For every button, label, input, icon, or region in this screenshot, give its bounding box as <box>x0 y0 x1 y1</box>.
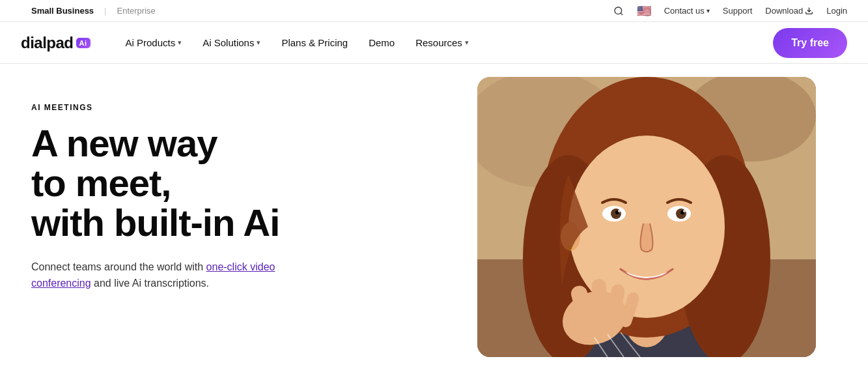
search-icon <box>613 6 624 16</box>
nav-item-ai-products[interactable]: Ai Products ▾ <box>117 32 191 53</box>
contact-us-link[interactable]: Contact us ▾ <box>664 6 710 16</box>
nav-item-resources[interactable]: Resources ▾ <box>406 32 478 53</box>
flag-button[interactable]: 🇺🇸 <box>637 4 651 18</box>
main-nav: dialpad Ai Ai Products ▾ Ai Solutions ▾ … <box>0 22 868 64</box>
logo-ai-badge: Ai <box>76 38 91 48</box>
top-bar-right: 🇺🇸 Contact us ▾ Support Download Login <box>613 4 847 18</box>
chevron-down-icon: ▾ <box>178 38 182 47</box>
download-icon <box>805 7 813 15</box>
top-bar-left: Small Business | Enterprise <box>21 3 166 18</box>
nav-item-demo[interactable]: Demo <box>359 32 404 53</box>
top-bar: Small Business | Enterprise 🇺🇸 Contact u… <box>0 0 868 22</box>
chevron-down-icon: ▾ <box>465 38 469 47</box>
small-business-tab[interactable]: Small Business <box>21 3 104 18</box>
hero-left: AI MEETINGS A new way to meet, with buil… <box>0 64 477 364</box>
hero-eyebrow: AI MEETINGS <box>31 103 451 112</box>
login-link[interactable]: Login <box>826 6 847 16</box>
nav-item-plans-pricing[interactable]: Plans & Pricing <box>272 32 357 53</box>
svg-point-0 <box>615 7 622 14</box>
hero-right: BP <box>477 64 868 364</box>
search-button[interactable] <box>613 6 624 16</box>
support-link[interactable]: Support <box>723 6 753 16</box>
hero-section: AI MEETINGS A new way to meet, with buil… <box>0 64 868 364</box>
logo-area: dialpad Ai <box>21 34 91 52</box>
nav-links: Ai Products ▾ Ai Solutions ▾ Plans & Pri… <box>117 32 774 53</box>
hero-subtext: Connect teams around the world with one-… <box>31 259 305 292</box>
enterprise-tab[interactable]: Enterprise <box>107 3 166 18</box>
svg-point-18 <box>618 210 621 212</box>
try-free-button[interactable]: Try free <box>773 28 847 58</box>
logo-text[interactable]: dialpad <box>21 34 74 52</box>
face-svg <box>477 77 816 357</box>
download-link[interactable]: Download <box>765 6 813 16</box>
one-click-video-link[interactable]: one-click video conferencing <box>31 261 275 289</box>
hero-face-background <box>477 77 816 357</box>
chevron-down-icon: ▾ <box>257 38 260 47</box>
chevron-down-icon: ▾ <box>707 7 710 14</box>
hero-video-image <box>477 77 816 357</box>
nav-item-ai-solutions[interactable]: Ai Solutions ▾ <box>193 32 270 53</box>
us-flag-icon: 🇺🇸 <box>637 4 651 18</box>
svg-point-19 <box>683 210 686 212</box>
hero-headline: A new way to meet, with built-in Ai <box>31 124 451 243</box>
